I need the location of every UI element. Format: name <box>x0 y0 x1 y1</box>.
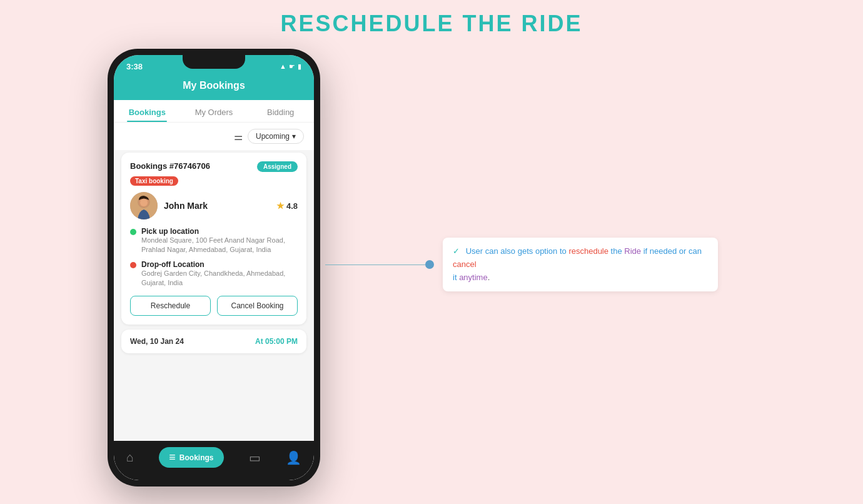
check-icon: ✓ <box>453 246 460 256</box>
app-header: My Bookings <box>114 75 314 100</box>
type-badge: Taxi booking <box>130 176 178 186</box>
dropdown-label: Upcoming <box>256 132 290 141</box>
pickup-label: Pick up location <box>141 227 298 236</box>
dropoff-location-item: Drop-off Location Godrej Garden City, Ch… <box>130 260 298 288</box>
datetime-row: Wed, 10 Jan 24 At 05:00 PM <box>121 330 306 353</box>
card-header: Bookings #76746706 Assigned <box>130 161 298 172</box>
dropoff-address: Godrej Garden City, Chandkheda, Ahmedaba… <box>141 269 298 288</box>
status-time: 3:38 <box>126 62 143 71</box>
connector-dot <box>425 260 434 269</box>
bottom-nav: ⌂ ≡ Bookings ▭ 👤 <box>114 441 314 480</box>
booking-time: At 05:00 PM <box>255 337 298 346</box>
booking-date: Wed, 10 Jan 24 <box>130 337 184 346</box>
dropoff-label: Drop-off Location <box>141 260 298 269</box>
nav-home[interactable]: ⌂ <box>126 450 134 465</box>
filter-row: ⚌ Upcoming ▾ <box>114 123 314 150</box>
rating-value: 4.8 <box>286 201 298 211</box>
svg-point-3 <box>140 199 148 206</box>
tab-my-orders[interactable]: My Orders <box>181 100 248 122</box>
bookings-icon: ≡ <box>169 451 176 464</box>
driver-name: John Mark <box>164 201 208 211</box>
reschedule-button[interactable]: Reschedule <box>130 296 211 316</box>
annotation-text-content: User can also gets option to reschedule … <box>453 246 702 282</box>
page-title: RESCHEDULE THE RIDE <box>0 11 863 37</box>
tabs-container: Bookings My Orders Bidding <box>114 100 314 123</box>
avatar <box>130 192 158 219</box>
chevron-down-icon: ▾ <box>292 132 296 141</box>
nav-orders[interactable]: ▭ <box>249 450 261 465</box>
status-badge: Assigned <box>257 161 298 172</box>
app-header-title: My Bookings <box>183 80 245 91</box>
action-buttons: Reschedule Cancel Booking <box>130 296 298 316</box>
tab-bookings[interactable]: Bookings <box>114 100 181 122</box>
battery-icon: ▮ <box>298 63 301 71</box>
upcoming-dropdown[interactable]: Upcoming ▾ <box>248 129 304 144</box>
filter-icon[interactable]: ⚌ <box>234 131 243 143</box>
connector-line <box>325 265 425 265</box>
cancel-booking-button[interactable]: Cancel Booking <box>217 296 298 316</box>
tab-bidding[interactable]: Bidding <box>247 100 314 122</box>
profile-icon: 👤 <box>286 450 301 465</box>
pickup-dot <box>130 229 136 235</box>
annotation-area: ✓ User can also gets option to reschedul… <box>325 238 825 291</box>
annotation-box: ✓ User can also gets option to reschedul… <box>443 238 718 291</box>
status-icons: ▲ ☛ ▮ <box>280 63 301 71</box>
orders-icon: ▭ <box>249 450 261 465</box>
booking-card: Bookings #76746706 Assigned Taxi booking <box>121 153 306 325</box>
pickup-location-item: Pick up location Mondeal Square, 100 Fee… <box>130 227 298 255</box>
phone-notch <box>183 55 245 69</box>
pickup-address: Mondeal Square, 100 Feet Anand Nagar Roa… <box>141 236 298 255</box>
driver-rating: ★ 4.8 <box>276 201 298 211</box>
driver-row: John Mark ★ 4.8 <box>130 192 298 219</box>
nav-profile[interactable]: 👤 <box>286 450 301 465</box>
signal-icon: ▲ <box>280 63 286 70</box>
location-section: Pick up location Mondeal Square, 100 Fee… <box>130 227 298 288</box>
star-icon: ★ <box>276 201 285 211</box>
dropoff-dot <box>130 262 136 268</box>
booking-id: Bookings #76746706 <box>130 161 210 171</box>
phone-mockup: 3:38 ▲ ☛ ▮ My Bookings Bookings My Order… <box>108 49 320 486</box>
scroll-content: Bookings #76746706 Assigned Taxi booking <box>114 150 314 441</box>
home-icon: ⌂ <box>126 450 134 465</box>
wifi-icon: ☛ <box>289 63 295 71</box>
nav-bookings-label: Bookings <box>179 453 214 462</box>
nav-bookings[interactable]: ≡ Bookings <box>159 447 223 468</box>
